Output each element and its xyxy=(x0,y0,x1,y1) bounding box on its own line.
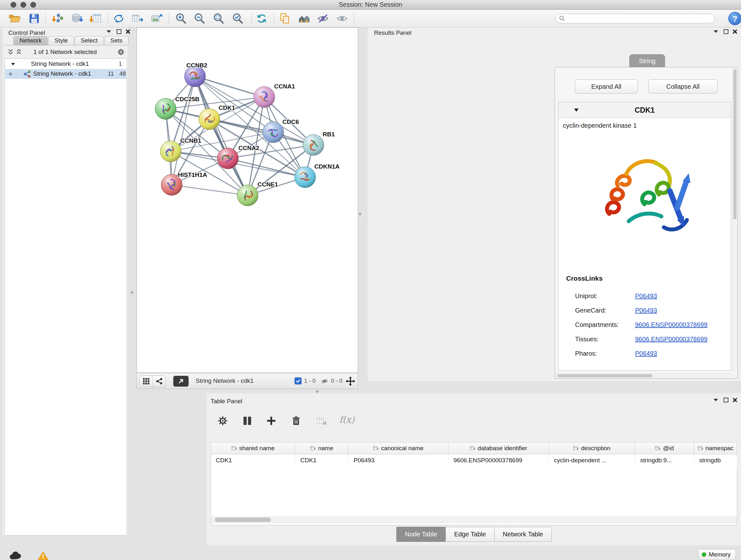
network-row-selected[interactable]: String Network - cdk1 11 48 xyxy=(5,69,126,79)
tab-node-table[interactable]: Node Table xyxy=(396,527,446,542)
zoom-selected-button[interactable] xyxy=(231,12,244,25)
grid-view-button[interactable] xyxy=(140,376,152,387)
delete-table-icon[interactable] xyxy=(316,416,327,427)
panel-float-icon[interactable] xyxy=(723,397,730,403)
panel-collapse-icon[interactable] xyxy=(712,29,719,35)
zoom-in-button[interactable] xyxy=(175,12,187,25)
column-header-database-identifier[interactable]: database identifier xyxy=(448,442,549,454)
table-cell[interactable]: P06493 xyxy=(348,454,448,466)
panel-float-icon[interactable] xyxy=(116,29,123,35)
delete-column-trash-icon[interactable] xyxy=(290,415,302,427)
panel-collapse-icon[interactable] xyxy=(105,29,112,35)
tab-network[interactable]: Network xyxy=(13,36,48,45)
column-header-namespac[interactable]: namespac xyxy=(694,442,737,454)
left-splitter-handle[interactable] xyxy=(131,291,133,294)
table-cell[interactable]: 9606.ENSP00000378699 xyxy=(448,454,549,466)
show-graphics-details-button[interactable] xyxy=(336,12,348,25)
gear-icon[interactable] xyxy=(117,48,125,56)
column-header--id[interactable]: @id xyxy=(635,442,694,454)
section-collapse-icon[interactable] xyxy=(574,108,579,112)
panel-close-icon[interactable] xyxy=(125,29,131,35)
add-column-icon[interactable] xyxy=(266,415,277,427)
column-header-shared-name[interactable]: shared name xyxy=(211,442,295,454)
table-header-row: shared namenamecanonical namedatabase id… xyxy=(211,442,737,454)
network-node[interactable]: CDKN1A xyxy=(294,163,340,188)
crosslink-row: Compartments:9606.ENSP00000378699 xyxy=(575,318,725,332)
help-button[interactable]: ? xyxy=(728,12,741,25)
import-network-from-database-button[interactable] xyxy=(70,12,83,25)
table-cell[interactable]: stringdb:9... xyxy=(635,454,694,466)
column-header-name[interactable]: name xyxy=(295,442,348,454)
gene-section-header[interactable]: CDK1 xyxy=(558,102,731,118)
panel-collapse-icon[interactable] xyxy=(712,397,719,403)
selected-checkbox[interactable] xyxy=(294,377,301,384)
expand-all-button[interactable]: Expand All xyxy=(575,79,638,94)
network-selection-row: 1 of 1 Network selected xyxy=(3,47,128,57)
tab-string[interactable]: String xyxy=(629,54,665,67)
zoom-fit-button[interactable] xyxy=(212,12,225,25)
crosslink-value-link[interactable]: 9606.ENSP00000378699 xyxy=(635,321,708,328)
tab-network-table[interactable]: Network Table xyxy=(494,527,552,542)
table-horizontal-scrollbar[interactable] xyxy=(211,516,737,523)
network-edge[interactable] xyxy=(195,76,264,97)
network-share-button[interactable] xyxy=(152,376,165,387)
network-node[interactable]: CCNB1 xyxy=(160,137,201,162)
column-header-canonical-name[interactable]: canonical name xyxy=(348,442,448,454)
panel-close-icon[interactable] xyxy=(731,29,738,35)
table-cell[interactable]: cyclin-dependent ... xyxy=(549,454,635,466)
cloud-status-icon[interactable] xyxy=(8,551,22,560)
results-horizontal-scrollbar[interactable] xyxy=(556,373,732,378)
tab-edge-table[interactable]: Edge Table xyxy=(446,527,495,542)
pan-crosshair-button[interactable] xyxy=(346,376,355,386)
save-session-button[interactable] xyxy=(28,12,41,25)
panel-close-icon[interactable] xyxy=(731,397,738,403)
crosslink-value-link[interactable]: P06493 xyxy=(635,307,657,314)
collapse-all-button[interactable]: Collapse All xyxy=(648,79,718,94)
show-columns-icon[interactable] xyxy=(242,415,253,427)
clone-network-button[interactable] xyxy=(279,12,291,25)
import-network-button[interactable] xyxy=(51,12,64,25)
birdseye-view-button[interactable] xyxy=(173,376,189,387)
export-network-image-button[interactable] xyxy=(150,12,163,25)
network-node[interactable]: HIST1H1A xyxy=(161,172,207,195)
network-edge[interactable] xyxy=(172,76,195,185)
table-cell[interactable]: stringdb xyxy=(694,454,737,466)
crosslink-value-link[interactable]: P06493 xyxy=(635,350,657,357)
new-network-from-selection-button[interactable] xyxy=(112,12,125,25)
zoom-out-button[interactable] xyxy=(193,12,206,25)
network-overview-button[interactable] xyxy=(298,12,311,25)
table-cell[interactable]: CDK1 xyxy=(211,454,295,466)
results-vertical-scrollbar[interactable] xyxy=(732,68,737,372)
crosslink-value-link[interactable]: P06493 xyxy=(635,293,657,300)
horizontal-scrollbar-thumb[interactable] xyxy=(215,517,271,522)
search-input[interactable] xyxy=(567,14,708,23)
function-builder-icon[interactable]: f(x) xyxy=(339,415,354,425)
tab-select[interactable]: Select xyxy=(75,36,104,45)
network-view[interactable]: CCNB2CCNA1CDC25BCDK1CDC6RB1CCNB1CCNA2CDK… xyxy=(137,27,358,373)
tree-expand-icon[interactable] xyxy=(11,63,15,66)
scrollbar-thumb[interactable] xyxy=(557,374,653,377)
table-settings-gear-icon[interactable] xyxy=(217,415,228,427)
open-session-button[interactable] xyxy=(8,12,21,25)
network-collection-row[interactable]: String Network - cdk1 1 xyxy=(5,59,126,69)
column-header-description[interactable]: description xyxy=(549,442,635,454)
network-canvas[interactable]: CCNB2CCNA1CDC25BCDK1CDC6RB1CCNB1CCNA2CDK… xyxy=(137,28,358,373)
horizontal-splitter-handle[interactable] xyxy=(316,390,319,393)
create-table-button[interactable] xyxy=(131,12,144,25)
warning-status-icon[interactable] xyxy=(38,551,49,560)
table-row[interactable]: CDK1CDK1P064939606.ENSP00000378699cyclin… xyxy=(211,454,737,466)
hide-annotations-button[interactable] xyxy=(317,12,329,25)
redraw-network-button[interactable] xyxy=(255,12,268,25)
memory-button[interactable]: Memory xyxy=(698,549,736,560)
network-node[interactable]: RB1 xyxy=(303,131,335,155)
scrollbar-thumb[interactable] xyxy=(733,69,737,219)
table-cell[interactable]: CDK1 xyxy=(295,454,348,466)
tab-sets[interactable]: Sets xyxy=(105,36,129,45)
tab-style[interactable]: Style xyxy=(49,36,74,45)
right-splitter-handle[interactable] xyxy=(359,212,361,215)
import-table-button[interactable] xyxy=(89,12,102,25)
panel-float-icon[interactable] xyxy=(723,29,730,35)
network-node[interactable]: CCNA1 xyxy=(254,83,295,108)
crosslink-value-link[interactable]: 9606.ENSP00000378699 xyxy=(635,335,708,343)
network-edge[interactable] xyxy=(172,185,248,195)
